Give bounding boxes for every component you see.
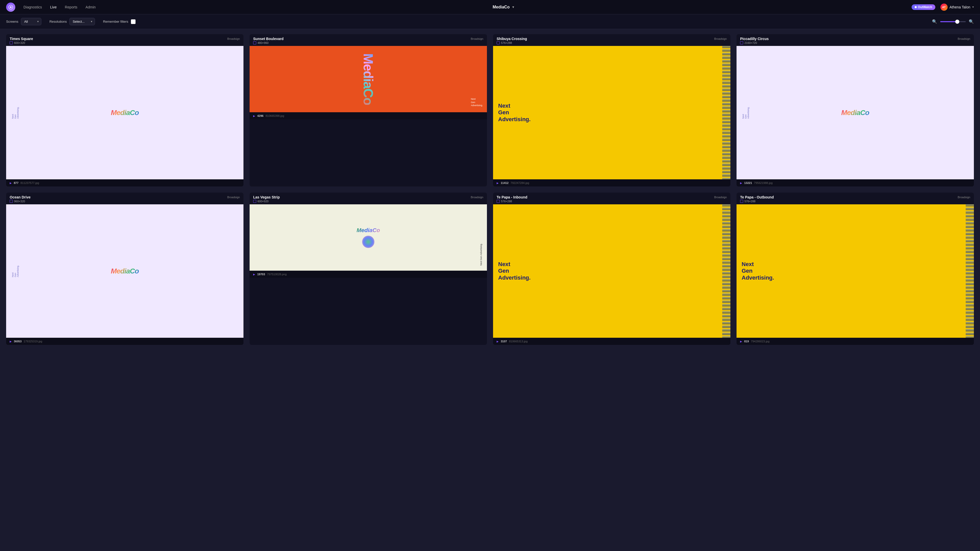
resolution-icon-te-papa-inbound: [496, 200, 500, 203]
zoom-in-icon[interactable]: 🔍: [969, 19, 974, 24]
card-header-las-vegas-strip: Las Vegas Strip Broadsign 600×920: [250, 192, 487, 204]
screen-card-piccadilly-circus[interactable]: Piccadilly Circus Broadsign 2160×720 Nex…: [737, 34, 974, 186]
zoom-slider[interactable]: [940, 21, 966, 22]
filter-bar: Screens All ▾ Resolutions Select... ▾ Re…: [0, 14, 980, 29]
company-name: MediaCo: [493, 5, 510, 10]
resolution-text-piccadilly-circus: 2160×720: [745, 41, 757, 44]
remember-filters-label: Remember filters: [103, 20, 128, 24]
play-icon-times-square: ▶: [10, 182, 12, 184]
outwatch-label: OutWatch: [918, 5, 932, 9]
resolution-icon-shibuya-crossing: [496, 41, 500, 44]
card-header-te-papa-inbound: Te Papa - Inbound Broadsign 576×288: [493, 192, 730, 204]
outwatch-dot: [915, 6, 917, 8]
resolution-text-te-papa-outbound: 576×288: [745, 200, 756, 203]
card-provider-te-papa-inbound: Broadsign: [714, 196, 727, 199]
screen-card-times-square[interactable]: Times Square Broadsign 600×320 NextGenAd…: [6, 34, 243, 186]
resolutions-select[interactable]: Select...: [69, 18, 95, 25]
resolution-text-sunset-boulevard: 480×960: [258, 41, 269, 44]
resolution-icon-te-papa-outbound: [740, 200, 743, 203]
card-resolution-shibuya-crossing: 576×288: [496, 41, 727, 44]
card-provider-ocean-drive: Broadsign: [227, 196, 240, 199]
card-footer-sunset-boulevard: ▶ 4296 810665398.jpg: [250, 112, 487, 119]
user-initials: AT: [942, 6, 946, 9]
resolutions-filter-group: Resolutions Select... ▾: [49, 18, 95, 25]
screen-card-ocean-drive[interactable]: Ocean Drive Broadsign 960×320 NextGenAdv…: [6, 192, 243, 345]
play-icon-piccadilly-circus: ▶: [740, 182, 742, 184]
company-chevron-icon: ▼: [512, 5, 515, 9]
card-meta-las-vegas-strip: Las Vegas Strip Broadsign: [253, 195, 484, 199]
card-header-ocean-drive: Ocean Drive Broadsign 960×320: [6, 192, 243, 204]
filterbar-right: 🔍 🔍: [932, 19, 974, 24]
card-footer-times-square: ▶ 877 811237577.jpg: [6, 179, 243, 186]
nav-live[interactable]: Live: [50, 4, 57, 10]
card-resolution-las-vegas-strip: 600×920: [253, 200, 484, 203]
play-count-shibuya-crossing: 11412: [501, 181, 509, 184]
card-title-shibuya-crossing: Shibuya Crossing: [496, 37, 527, 41]
screen-preview-sunset-boulevard: MediaCo NextGenAdvertising.: [250, 46, 487, 112]
screen-card-te-papa-inbound[interactable]: Te Papa - Inbound Broadsign 576×288 Next…: [493, 192, 730, 345]
play-count-te-papa-inbound: 3107: [501, 340, 507, 343]
filename-te-papa-inbound: 810665313.jpg: [509, 340, 528, 343]
resolution-text-times-square: 600×320: [14, 41, 25, 44]
play-icon-te-papa-outbound: ▶: [740, 340, 742, 343]
resolution-icon-las-vegas-strip: [253, 200, 256, 203]
nav-center: MediaCo ▼: [96, 5, 912, 10]
card-meta-piccadilly-circus: Piccadilly Circus Broadsign: [740, 37, 970, 41]
card-meta-te-papa-inbound: Te Papa - Inbound Broadsign: [496, 195, 727, 199]
screen-card-sunset-boulevard[interactable]: Sunset Boulevard Broadsign 480×960 Media…: [250, 34, 487, 186]
filename-shibuya-crossing: 792247284.jpg: [511, 181, 529, 184]
resolution-icon-ocean-drive: [10, 200, 13, 203]
card-header-piccadilly-circus: Piccadilly Circus Broadsign 2160×720: [737, 34, 974, 46]
nav-diagnostics[interactable]: Diagnostics: [24, 4, 42, 10]
card-resolution-sunset-boulevard: 480×960: [253, 41, 484, 44]
outwatch-badge[interactable]: OutWatch: [912, 4, 935, 10]
screen-preview-shibuya-crossing: NextGenAdvertising.: [493, 46, 730, 179]
card-footer-ocean-drive: ▶ 36053 179325319.jpg: [6, 338, 243, 345]
screen-preview-piccadilly-circus: NextGenAdvertising. MediaCo: [737, 46, 974, 179]
screen-preview-times-square: NextGenAdvertising. MediaCo: [6, 46, 243, 179]
app-logo[interactable]: [6, 3, 15, 12]
card-provider-sunset-boulevard: Broadsign: [471, 37, 484, 40]
remember-filters-group: Remember filters: [103, 19, 135, 24]
resolutions-select-wrapper: Select... ▾: [69, 18, 95, 25]
zoom-slider-wrap: [940, 21, 966, 22]
play-count-ocean-drive: 36053: [14, 340, 22, 343]
screens-select-wrapper: All ▾: [21, 18, 41, 25]
user-menu[interactable]: AT Athena Talon ▾: [940, 3, 974, 11]
screens-filter-label: Screens: [6, 20, 18, 24]
resolution-text-te-papa-inbound: 576×288: [501, 200, 512, 203]
remember-filters-toggle[interactable]: [131, 19, 135, 24]
card-footer-las-vegas-strip: ▶ 19703 797510028.png: [250, 271, 487, 278]
resolutions-filter-label: Resolutions: [49, 20, 67, 24]
card-provider-piccadilly-circus: Broadsign: [958, 37, 970, 40]
card-meta-sunset-boulevard: Sunset Boulevard Broadsign: [253, 37, 484, 41]
play-icon-shibuya-crossing: ▶: [496, 182, 499, 184]
card-footer-shibuya-crossing: ▶ 11412 792247284.jpg: [493, 179, 730, 186]
company-switcher[interactable]: MediaCo ▼: [493, 5, 515, 10]
filename-te-papa-outbound: 794286023.jpg: [751, 340, 770, 343]
nav-links: Diagnostics Live Reports Admin: [24, 4, 96, 10]
nav-reports[interactable]: Reports: [65, 4, 77, 10]
card-provider-las-vegas-strip: Broadsign: [471, 196, 484, 199]
card-footer-te-papa-outbound: ▶ 819 794286023.jpg: [737, 338, 974, 345]
card-meta-times-square: Times Square Broadsign: [10, 37, 240, 41]
screen-card-las-vegas-strip[interactable]: Las Vegas Strip Broadsign 600×920 MediaC…: [250, 192, 487, 345]
top-navigation: Diagnostics Live Reports Admin MediaCo ▼…: [0, 0, 980, 14]
screen-card-te-papa-outbound[interactable]: Te Papa - Outbound Broadsign 576×288 Nex…: [737, 192, 974, 345]
search-icon[interactable]: 🔍: [932, 19, 937, 24]
filename-piccadilly-circus: 795621988.jpg: [754, 181, 773, 184]
user-name: Athena Talon: [950, 5, 970, 9]
screen-preview-ocean-drive: NextGenAdvertising. MediaCo: [6, 204, 243, 338]
screen-card-shibuya-crossing[interactable]: Shibuya Crossing Broadsign 576×288 NextG…: [493, 34, 730, 186]
nav-admin[interactable]: Admin: [86, 4, 96, 10]
card-header-times-square: Times Square Broadsign 600×320: [6, 34, 243, 46]
card-header-te-papa-outbound: Te Papa - Outbound Broadsign 576×288: [737, 192, 974, 204]
card-footer-te-papa-inbound: ▶ 3107 810665313.jpg: [493, 338, 730, 345]
screens-select[interactable]: All: [21, 18, 41, 25]
play-icon-ocean-drive: ▶: [10, 340, 12, 343]
resolution-text-las-vegas-strip: 600×920: [258, 200, 269, 203]
nav-right: OutWatch AT Athena Talon ▾: [912, 3, 974, 11]
card-title-ocean-drive: Ocean Drive: [10, 195, 30, 199]
filename-ocean-drive: 179325319.jpg: [24, 340, 42, 343]
resolution-text-ocean-drive: 960×320: [14, 200, 25, 203]
